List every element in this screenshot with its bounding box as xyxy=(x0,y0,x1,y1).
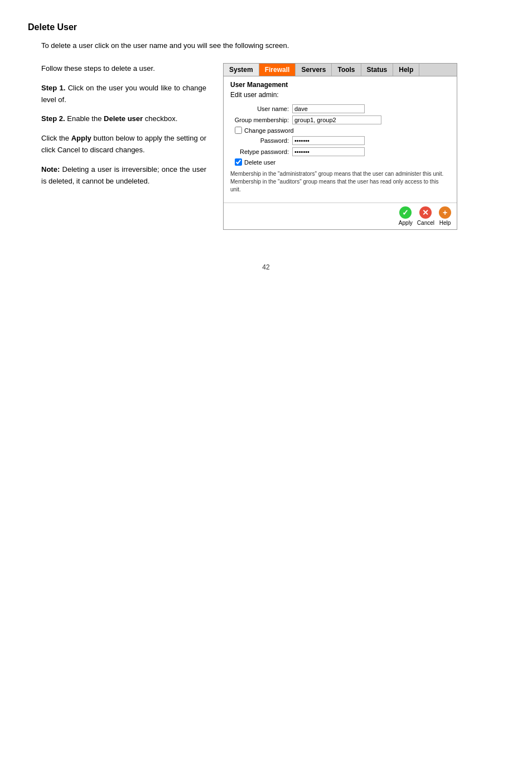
username-input[interactable] xyxy=(292,104,365,113)
action-bar: ✓ Apply ✕ Cancel + Help xyxy=(224,203,457,229)
apply-bold: Apply xyxy=(71,134,91,142)
nav-item-help[interactable]: Help xyxy=(393,64,419,76)
step1-text: Step 1. Click on the user you would like… xyxy=(41,83,206,106)
change-password-row: Change password xyxy=(235,127,450,134)
retype-label: Retype password: xyxy=(230,148,289,155)
password-input[interactable] xyxy=(292,136,365,145)
edit-user-label: Edit user admin: xyxy=(230,91,450,99)
nav-item-firewall[interactable]: Firewall xyxy=(259,64,296,76)
step2-suffix: checkbox. xyxy=(145,114,178,123)
retype-row: Retype password: xyxy=(230,147,450,156)
page-title: Delete User xyxy=(28,22,504,32)
nav-item-status[interactable]: Status xyxy=(361,64,394,76)
apply-icon: ✓ xyxy=(399,206,412,219)
step1-label: Step 1. xyxy=(41,84,65,92)
step2-prefix: Enable the xyxy=(67,114,104,123)
apply-instructions: Click the Apply button below to apply th… xyxy=(41,133,206,156)
info-block: Membership in the "administrators" group… xyxy=(230,170,450,194)
delete-user-label: Delete user xyxy=(244,159,275,166)
help-button[interactable]: + Help xyxy=(439,206,451,226)
step2-text: Step 2. Enable the Delete user checkbox. xyxy=(41,113,206,125)
nav-item-servers[interactable]: Servers xyxy=(296,64,332,76)
delete-user-row: Delete user xyxy=(235,158,450,166)
page-number: 42 xyxy=(28,263,504,271)
content-area: Follow these steps to delete a user. Ste… xyxy=(28,63,504,230)
change-password-label: Change password xyxy=(244,127,294,134)
apply-prefix: Click the xyxy=(41,134,71,142)
step2-label: Step 2. xyxy=(41,114,65,123)
cancel-button[interactable]: ✕ Cancel xyxy=(417,206,434,226)
note-paragraph: Note: Deleting a user is irreversible; o… xyxy=(41,164,206,187)
ui-panel: System Firewall Servers Tools Status Hel… xyxy=(223,63,457,230)
retype-input[interactable] xyxy=(292,147,365,156)
username-label: User name: xyxy=(230,105,289,112)
apply-button[interactable]: ✓ Apply xyxy=(399,206,413,226)
step2-bold: Delete user xyxy=(104,114,143,123)
change-password-checkbox[interactable] xyxy=(235,127,242,134)
group-row: Group membership: xyxy=(230,115,450,124)
password-row: Password: xyxy=(230,136,450,145)
section-title: User Management xyxy=(230,81,450,89)
delete-user-checkbox[interactable] xyxy=(235,158,242,166)
group-input[interactable] xyxy=(292,115,381,124)
info-text2: Membership in the "auditors" group means… xyxy=(230,178,450,194)
apply-label: Apply xyxy=(399,220,413,226)
intro-text: To delete a user click on the user name … xyxy=(41,41,504,50)
note-body: Deleting a user is irreversible; once th… xyxy=(41,165,206,185)
cancel-label: Cancel xyxy=(417,220,434,226)
panel-content: User Management Edit user admin: User na… xyxy=(224,76,457,203)
nav-bar: System Firewall Servers Tools Status Hel… xyxy=(224,64,457,76)
follow-text: Follow these steps to delete a user. xyxy=(41,63,206,75)
left-column: Follow these steps to delete a user. Ste… xyxy=(28,63,206,230)
info-text1: Membership in the "administrators" group… xyxy=(230,170,450,178)
step1-body: Click on the user you would like to chan… xyxy=(41,84,206,104)
help-icon: + xyxy=(439,206,451,219)
cancel-icon: ✕ xyxy=(419,206,432,219)
group-label: Group membership: xyxy=(230,117,289,123)
nav-item-system[interactable]: System xyxy=(224,64,259,76)
nav-item-tools[interactable]: Tools xyxy=(332,64,361,76)
note-label: Note: xyxy=(41,165,60,174)
help-label: Help xyxy=(439,220,451,226)
password-label: Password: xyxy=(230,137,289,144)
username-row: User name: xyxy=(230,104,450,113)
